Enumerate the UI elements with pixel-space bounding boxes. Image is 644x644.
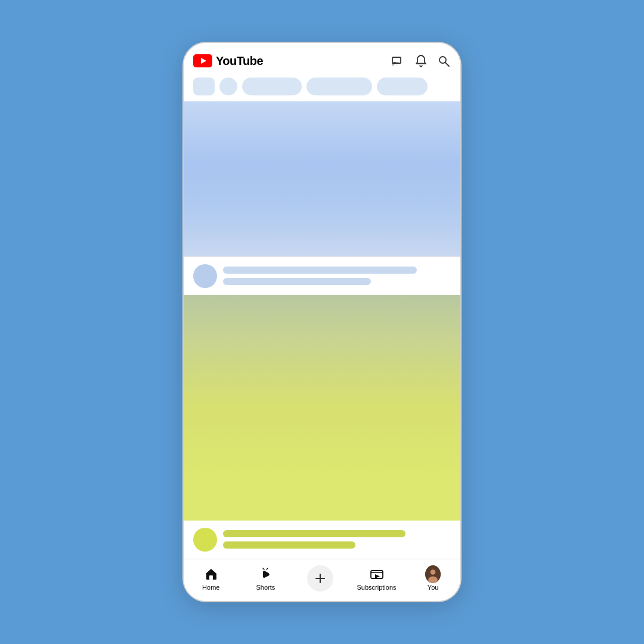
nav-item-home[interactable]: Home — [193, 566, 229, 591]
home-label: Home — [202, 584, 219, 591]
subscriptions-icon — [369, 566, 385, 582]
video-thumbnail-blue[interactable] — [184, 101, 460, 256]
notification-icon[interactable] — [414, 54, 428, 68]
svg-point-3 — [439, 57, 446, 63]
channel-avatar[interactable] — [193, 264, 217, 288]
video-info-row — [184, 257, 460, 295]
shorts-text-lines — [223, 528, 451, 549]
youtube-title: YouTube — [216, 54, 263, 68]
shorts-info-row — [184, 521, 460, 559]
shorts-icon — [258, 566, 273, 582]
svg-rect-5 — [209, 575, 213, 580]
video-text-lines — [223, 264, 451, 285]
filter-chip-3[interactable] — [377, 78, 428, 95]
shorts-meta-line — [223, 541, 355, 549]
shorts-title-line — [223, 530, 405, 537]
app-header: YouTube — [184, 43, 460, 74]
filter-chip-square[interactable] — [193, 78, 215, 95]
shorts-label: Shorts — [256, 584, 275, 591]
nav-item-you[interactable]: You — [415, 566, 451, 591]
phone-frame: YouTube — [182, 42, 462, 602]
header-icons — [391, 54, 451, 68]
nav-item-shorts[interactable]: Shorts — [247, 566, 283, 591]
filter-chip-circle[interactable] — [219, 78, 237, 95]
video-thumbnail-yellow[interactable] — [184, 295, 460, 521]
svg-line-4 — [445, 63, 449, 66]
search-icon[interactable] — [436, 54, 451, 68]
filter-chip-2[interactable] — [306, 78, 372, 95]
user-avatar — [425, 565, 441, 583]
nav-item-subscriptions[interactable]: Subscriptions — [357, 566, 397, 591]
nav-item-add[interactable] — [302, 565, 338, 592]
you-label: You — [428, 584, 439, 591]
home-icon — [203, 566, 219, 582]
bottom-nav: Home Shorts — [184, 559, 460, 601]
user-avatar-icon — [425, 566, 441, 582]
video-title-line — [223, 267, 417, 274]
filter-chip-1[interactable] — [242, 78, 302, 95]
svg-point-11 — [431, 569, 436, 575]
cast-icon[interactable] — [391, 54, 405, 68]
video-meta-line — [223, 278, 371, 285]
add-button[interactable] — [307, 565, 333, 592]
svg-marker-9 — [375, 574, 380, 578]
youtube-icon — [193, 54, 212, 67]
shorts-channel-avatar[interactable] — [193, 528, 217, 552]
filter-chips-row — [184, 74, 460, 101]
youtube-logo[interactable]: YouTube — [193, 54, 263, 68]
subscriptions-label: Subscriptions — [357, 584, 397, 591]
